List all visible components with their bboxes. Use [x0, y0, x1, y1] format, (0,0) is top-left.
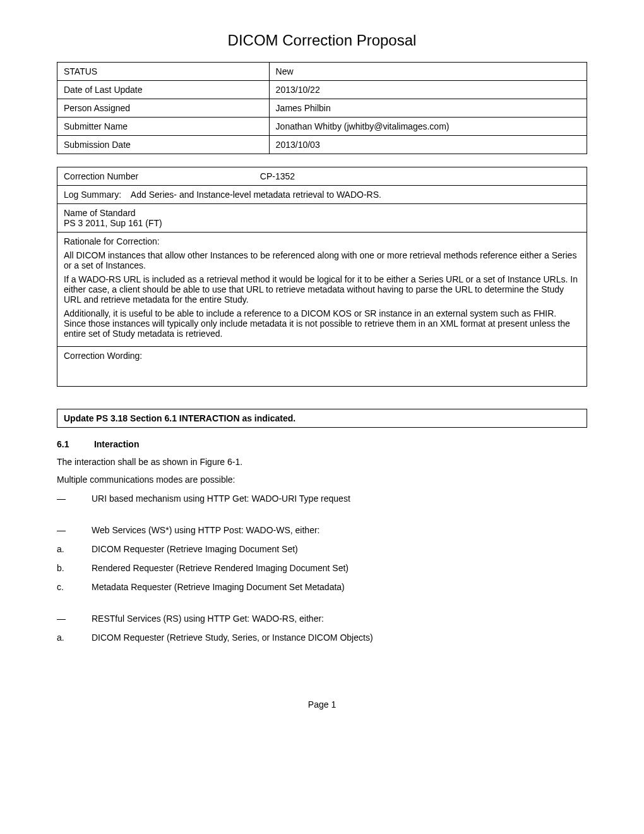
section-title: Interaction: [94, 439, 140, 449]
meta-value: James Philbin: [269, 99, 587, 118]
meta-value: 2013/10/22: [269, 81, 587, 99]
list-item: c.Metadata Requester (Retrieve Imaging D…: [57, 582, 587, 592]
correction-table: Correction Number CP-1352 Log Summary: A…: [57, 167, 587, 387]
list-text: Web Services (WS*) using HTTP Post: WADO…: [92, 525, 319, 535]
list-item: b.Rendered Requester (Retrieve Rendered …: [57, 563, 587, 573]
body-paragraph: The interaction shall be as shown in Fig…: [57, 457, 587, 467]
correction-number-value: CP-1352: [260, 171, 295, 181]
table-row: Log Summary: Add Series- and Instance-le…: [57, 186, 587, 204]
name-of-standard-value: PS 3 2011, Sup 161 (FT): [64, 218, 580, 228]
table-row: Date of Last Update 2013/10/22: [57, 81, 587, 99]
log-summary-label: Log Summary:: [64, 190, 121, 200]
meta-label: Date of Last Update: [57, 81, 270, 99]
list-marker: —: [57, 493, 92, 504]
list-marker: c.: [57, 582, 92, 592]
list-text: RESTful Services (RS) using HTTP Get: WA…: [92, 613, 324, 624]
page-number: Page 1: [57, 699, 587, 710]
list-text: Metadata Requester (Retrieve Imaging Doc…: [92, 582, 345, 592]
meta-label: STATUS: [57, 63, 270, 81]
table-row: Correction Wording:: [57, 347, 587, 387]
table-row: Person Assigned James Philbin: [57, 99, 587, 118]
list-item: —RESTful Services (RS) using HTTP Get: W…: [57, 613, 587, 624]
list-text: DICOM Requester (Retrieve Study, Series,…: [92, 632, 373, 643]
page-title: DICOM Correction Proposal: [57, 32, 587, 49]
list-marker: —: [57, 525, 92, 535]
correction-number-label: Correction Number: [64, 171, 260, 181]
table-row: Name of Standard PS 3 2011, Sup 161 (FT): [57, 204, 587, 233]
section-number: 6.1: [57, 439, 92, 449]
body-paragraph: Multiple communications modes are possib…: [57, 474, 587, 485]
meta-value: New: [269, 63, 587, 81]
list-text: DICOM Requester (Retrieve Imaging Docume…: [92, 544, 298, 554]
meta-value: 2013/10/03: [269, 136, 587, 154]
table-row: Rationale for Correction: All DICOM inst…: [57, 233, 587, 347]
list-item: —URI based mechanism using HTTP Get: WAD…: [57, 493, 587, 504]
name-of-standard-label: Name of Standard: [64, 208, 580, 218]
list-item: a.DICOM Requester (Retrieve Study, Serie…: [57, 632, 587, 643]
table-row: Correction Number CP-1352: [57, 167, 587, 186]
rationale-label: Rationale for Correction:: [64, 236, 580, 246]
section-heading: 6.1 Interaction: [57, 439, 587, 449]
meta-label: Submitter Name: [57, 118, 270, 136]
list-marker: a.: [57, 632, 92, 643]
meta-table: STATUS New Date of Last Update 2013/10/2…: [57, 62, 587, 154]
meta-label: Person Assigned: [57, 99, 270, 118]
rationale-paragraph: Additionally, it is useful to be able to…: [64, 308, 580, 339]
list-marker: b.: [57, 563, 92, 573]
table-row: STATUS New: [57, 63, 587, 81]
log-summary-value: Add Series- and Instance-level metadata …: [131, 190, 381, 200]
list-item: a.DICOM Requester (Retrieve Imaging Docu…: [57, 544, 587, 554]
list-marker: a.: [57, 544, 92, 554]
meta-value: Jonathan Whitby (jwhitby@vitalimages.com…: [269, 118, 587, 136]
table-row: Submitter Name Jonathan Whitby (jwhitby@…: [57, 118, 587, 136]
rationale-paragraph: If a WADO-RS URL is included as a retrie…: [64, 274, 580, 305]
list-marker: —: [57, 613, 92, 624]
rationale-paragraph: All DICOM instances that allow other Ins…: [64, 250, 580, 270]
table-row: Submission Date 2013/10/03: [57, 136, 587, 154]
list-text: URI based mechanism using HTTP Get: WADO…: [92, 493, 350, 504]
mode-list: —URI based mechanism using HTTP Get: WAD…: [57, 493, 587, 643]
correction-wording-label: Correction Wording:: [64, 351, 580, 361]
list-item: —Web Services (WS*) using HTTP Post: WAD…: [57, 525, 587, 535]
list-text: Rendered Requester (Retrieve Rendered Im…: [92, 563, 349, 573]
update-instruction: Update PS 3.18 Section 6.1 INTERACTION a…: [57, 409, 587, 428]
meta-label: Submission Date: [57, 136, 270, 154]
